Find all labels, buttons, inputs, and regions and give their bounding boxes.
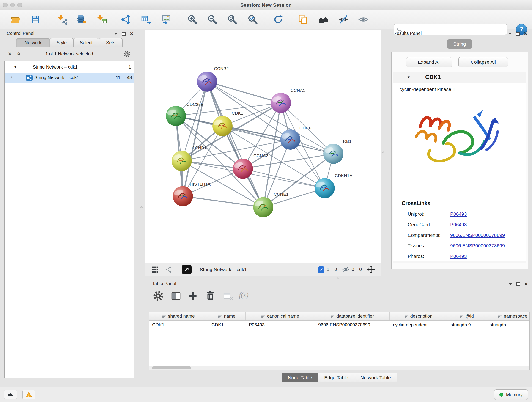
tab-network[interactable]: Network [16,38,50,47]
network-label: String Network – cdk1 [34,75,79,80]
document-copy-button[interactable] [296,13,310,26]
cell-description[interactable]: cyclin-dependent ... [390,321,447,330]
tab-sets[interactable]: Sets [99,38,123,47]
collapse-all-button[interactable]: Collapse All [458,57,508,67]
network-edge[interactable] [243,169,325,188]
cell-id[interactable]: stringdb:9... [447,321,486,330]
network-edge[interactable] [183,82,207,196]
network-edge[interactable] [207,82,263,207]
zoom-selected-button[interactable] [246,13,260,26]
network-node-RB1[interactable] [323,144,343,164]
tab-network-table[interactable]: Network Table [354,373,397,382]
network-node-CCNA1[interactable] [271,93,291,113]
open-folder-icon [10,14,21,25]
home-button[interactable] [317,13,330,26]
network-node-CDK1[interactable] [212,116,233,136]
section-expander-icon[interactable]: ▼ [407,75,410,79]
tree-expander-icon[interactable]: ▼ [14,65,17,69]
cell-namespace[interactable]: stringdb [486,321,530,330]
network-row-selected[interactable]: ● String Network – cdk1 11 48 [5,73,134,83]
import-network-file-button[interactable] [55,13,69,26]
pan-crosshair-icon[interactable] [367,265,375,274]
crosslink-link[interactable]: P06493 [450,222,467,227]
network-node-CCNA2[interactable] [233,159,253,179]
column-header-description[interactable]: description [390,312,447,320]
tab-edge-table[interactable]: Edge Table [318,373,355,382]
cloud-status-button[interactable] [4,390,17,400]
birdseye-toggle-button[interactable] [182,265,191,274]
show-columns-icon[interactable] [170,290,182,302]
column-header-namespace[interactable]: namespace [486,312,530,320]
scrollbar-thumb[interactable] [152,366,191,369]
cell-canonical-name[interactable]: P06493 [246,321,315,330]
tab-style[interactable]: Style [50,38,74,47]
selected-checkbox[interactable] [318,266,324,273]
clone-network-button[interactable] [139,13,153,26]
warnings-button[interactable] [22,390,35,400]
export-image-button[interactable] [159,13,173,26]
horizontal-scrollbar[interactable] [149,366,530,370]
left-splitter-handle[interactable] [140,206,143,208]
network-node-CCNB1[interactable] [172,151,192,171]
crosslink-link[interactable]: P06493 [450,211,467,217]
hide-selected-button[interactable] [336,13,350,26]
gear-icon[interactable] [123,51,131,58]
bottom-splitter-handle[interactable] [336,277,339,279]
right-splitter-handle[interactable] [382,151,385,153]
table-row[interactable]: CDK1 CDK1 P06493 9606.ENSP00000378699 cy… [149,321,530,330]
crosslink-link[interactable]: 9606.ENSP00000378699 [450,232,505,238]
show-all-button[interactable] [356,13,370,26]
crosslink-link[interactable]: P06493 [450,254,467,259]
tab-select[interactable]: Select [73,38,99,47]
panel-float-icon[interactable] [516,32,520,36]
import-table-button[interactable] [95,13,109,26]
network-edge[interactable] [207,82,281,103]
application-window: Session: New Session [0,0,532,402]
panel-float-icon[interactable] [516,282,520,286]
column-header-shared-name[interactable]: shared name [149,312,208,320]
zoom-in-button[interactable] [186,13,199,26]
add-column-icon[interactable] [187,290,198,302]
new-network-button[interactable] [119,13,133,26]
import-network-database-button[interactable] [75,13,88,26]
panel-close-icon[interactable]: × [525,281,528,287]
control-panel-tabs: Network Style Select Sets [16,38,122,47]
network-node-CDC6[interactable] [280,129,300,150]
panel-close-icon[interactable]: × [524,31,527,36]
delete-column-icon[interactable] [205,290,216,302]
memory-button[interactable]: Memory [494,389,528,400]
column-header-database-identifier[interactable]: database identifier [315,312,390,320]
grid-view-icon[interactable] [152,266,159,273]
network-node-HIST1H1A[interactable] [173,186,193,206]
panel-collapse-icon[interactable] [509,283,512,287]
column-header-canonical-name[interactable]: canonical name [246,312,315,320]
network-icon[interactable] [165,266,172,273]
cell-shared-name[interactable]: CDK1 [149,321,208,330]
zoom-out-button[interactable] [206,13,219,26]
panel-close-icon[interactable]: × [130,31,133,36]
network-node-CCNB2[interactable] [197,71,217,92]
panel-collapse-icon[interactable] [508,32,512,37]
save-session-button[interactable] [29,13,42,26]
cell-database-identifier[interactable]: 9606.ENSP00000378699 [315,321,390,330]
network-node-CCNE1[interactable] [253,197,273,217]
expand-all-button[interactable]: Expand All [406,57,452,67]
table-settings-gear-icon[interactable] [152,290,164,302]
network-node-CDC25B[interactable] [166,106,186,126]
open-session-button[interactable] [8,13,22,26]
network-collection-row[interactable]: ▼ String Network – cdk1 1 [5,62,134,73]
crosslink-link[interactable]: 9606.ENSP00000378699 [450,243,505,249]
gene-section-header[interactable]: ▼ CDK1 [393,72,526,83]
apply-layout-button[interactable] [271,13,285,26]
network-edge[interactable] [183,196,263,207]
network-canvas[interactable]: CCNB2CCNA1CDC25BCDK1CDC6RB1CCNB1CCNA2CDK… [145,30,381,263]
cell-name[interactable]: CDK1 [208,321,246,330]
network-node-CDKN1A[interactable] [315,178,335,198]
zoom-fit-button[interactable] [225,13,239,26]
column-header-id[interactable]: @id [447,312,486,320]
tab-node-table[interactable]: Node Table [282,373,318,382]
panel-float-icon[interactable] [122,32,126,36]
column-header-name[interactable]: name [208,312,246,320]
string-results-tab[interactable]: String [447,39,472,49]
panel-collapse-icon[interactable] [114,32,118,37]
